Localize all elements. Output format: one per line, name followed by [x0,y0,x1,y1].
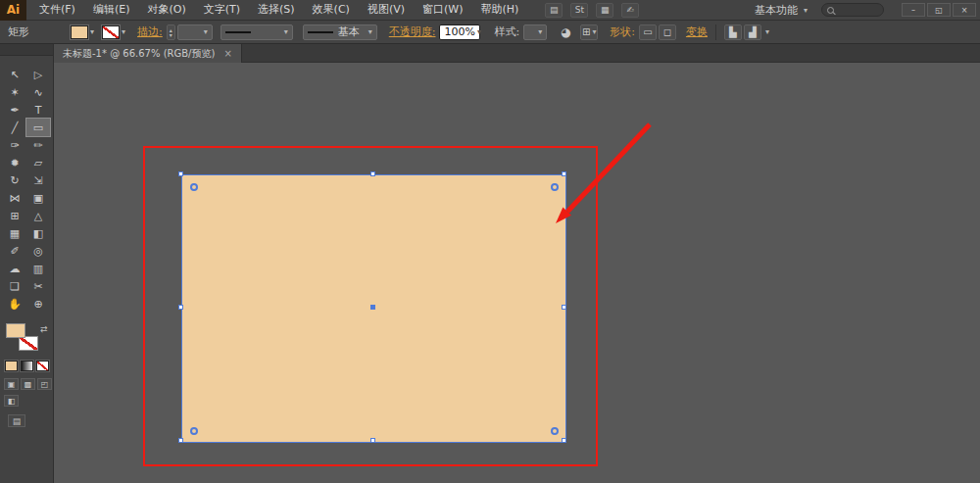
stroke-weight-stepper[interactable]: ▴ ▾ [167,24,175,40]
drawn-rectangle[interactable] [182,175,565,442]
corner-widget-top-right[interactable] [551,183,559,191]
menu-object[interactable]: 对象(O) [138,0,194,20]
handle-middle-right[interactable] [562,305,566,310]
blob-brush-tool[interactable]: ✹ [3,154,26,171]
width-profile-dropdown[interactable]: ▾ [220,24,293,40]
draw-normal-icon[interactable]: ▣ [4,378,19,390]
center-point-handle[interactable] [370,305,375,310]
tools-panel-header[interactable] [0,44,53,56]
stroke-panel-link[interactable]: 描边: [137,24,163,39]
search-input[interactable] [838,5,878,16]
menu-file[interactable]: 文件(F) [30,0,84,20]
handle-bottom-center[interactable] [370,438,375,443]
align-options-icon-b[interactable]: ▟ [744,24,761,40]
lasso-tool[interactable]: ∿ [26,83,50,101]
shape-builder-tool[interactable]: ⊞ [3,207,26,224]
none-button[interactable] [36,361,49,371]
type-tool[interactable]: T [26,101,50,119]
slice-tool[interactable]: ✂ [26,277,50,295]
rotate-tool[interactable]: ↻ [3,171,26,189]
scale-tool[interactable]: ⇲ [26,171,50,189]
menu-type[interactable]: 文字(T) [195,0,249,20]
menu-window[interactable]: 窗口(W) [414,0,471,20]
direct-selection-tool[interactable]: ▷ [26,66,50,83]
spin-down-icon[interactable]: ▾ [170,32,172,37]
menu-edit[interactable]: 编辑(E) [84,0,139,20]
menu-view[interactable]: 视图(V) [359,0,414,20]
document-tab[interactable]: 未标题-1* @ 66.67% (RGB/预览) × [54,44,242,63]
swap-fill-stroke-icon[interactable]: ⇄ [40,324,48,334]
corner-widget-bottom-right[interactable] [551,427,559,435]
fill-swatch[interactable] [6,323,25,338]
column-graph-tool[interactable]: ▥ [26,260,50,277]
fill-dropdown-icon[interactable]: ▾ [90,27,94,36]
cs-live-icon[interactable]: ✍ [621,3,639,18]
hand-tool[interactable]: ✋ [3,295,26,313]
style-dropdown[interactable]: ▾ [523,24,547,40]
arrange-documents-icon[interactable]: ▤ [545,3,563,18]
layout-picker-icon[interactable]: ▦ [596,3,613,18]
workspace-switcher[interactable]: 基本功能 ▾ [755,3,808,18]
stroke-dropdown-icon[interactable]: ▾ [122,27,125,36]
pen-tool[interactable]: ✒ [3,101,26,119]
corner-widget-bottom-left[interactable] [190,427,198,435]
handle-middle-left[interactable] [178,305,183,310]
chevron-down-icon[interactable]: ▾ [765,27,769,36]
rectangle-tool[interactable]: ▭ [26,119,50,136]
recolor-artwork-icon[interactable]: ◕ [557,24,574,40]
menu-select[interactable]: 选择(S) [249,0,304,20]
align-options-icon-a[interactable]: ▙ [724,24,742,40]
search-box[interactable] [821,3,884,17]
free-transform-tool[interactable]: ▣ [26,189,50,207]
eyedropper-tool[interactable]: ✐ [3,242,26,260]
brush-definition-dropdown[interactable]: 基本 ▾ [303,24,377,40]
eraser-tool[interactable]: ▱ [26,154,50,171]
draw-inside-icon[interactable]: ◰ [37,378,52,390]
screen-mode-button[interactable]: ◧ [4,395,19,407]
stroke-color-swatch[interactable] [102,25,120,39]
canvas-area[interactable] [54,63,980,483]
corner-widget-top-left[interactable] [190,183,198,191]
fill-color-swatch[interactable] [71,25,88,39]
st-badge[interactable]: St [570,3,588,18]
app-logo: Ai [0,0,26,21]
stroke-swatch[interactable] [19,336,38,351]
draw-behind-icon[interactable]: ▩ [21,378,35,390]
gradient-tool[interactable]: ◧ [26,224,50,242]
line-segment-tool[interactable]: ╱ [3,119,26,136]
selection-tool[interactable]: ↖ [3,66,26,83]
artboard-tool[interactable]: ❏ [3,277,26,295]
perspective-grid-tool[interactable]: △ [26,207,50,224]
symbol-sprayer-tool[interactable]: ☁ [3,260,26,277]
pencil-tool[interactable]: ✏ [26,136,50,154]
menu-effect[interactable]: 效果(C) [304,0,359,20]
close-button[interactable]: × [953,3,976,17]
width-tool[interactable]: ⋈ [3,189,26,207]
zoom-tool[interactable]: ⊕ [26,295,50,313]
paintbrush-tool[interactable]: ✑ [3,136,26,154]
handle-bottom-left[interactable] [178,438,183,443]
mesh-tool[interactable]: ▦ [3,224,26,242]
tab-close-icon[interactable]: × [223,48,231,59]
handle-top-center[interactable] [370,171,375,176]
gradient-button[interactable] [21,361,33,371]
collapsed-panel-icon[interactable]: ▤ [8,414,25,427]
magic-wand-tool[interactable]: ✶ [3,83,26,101]
opacity-panel-link[interactable]: 不透明度: [389,24,436,39]
blend-tool[interactable]: ◎ [26,242,50,260]
stroke-weight-dropdown[interactable]: ▾ [177,24,213,40]
handle-top-right[interactable] [562,171,566,176]
shape-properties-icon-a[interactable]: ▭ [639,24,657,40]
shape-properties-icon-b[interactable]: ◻ [659,24,676,40]
chevron-down-icon[interactable]: ▾ [477,27,481,36]
restore-button[interactable]: ◱ [927,3,951,17]
handle-bottom-right[interactable] [562,438,566,443]
minimize-button[interactable]: – [902,3,925,17]
document-setup-grid-icon[interactable]: ⊞ ▾ [580,24,598,40]
chevron-down-icon: ▾ [592,27,596,36]
color-button[interactable] [5,361,18,371]
handle-top-left[interactable] [178,171,183,176]
transform-panel-link[interactable]: 变换 [686,24,708,39]
menu-help[interactable]: 帮助(H) [471,0,527,20]
opacity-input[interactable]: 100% ▾ [439,24,480,40]
